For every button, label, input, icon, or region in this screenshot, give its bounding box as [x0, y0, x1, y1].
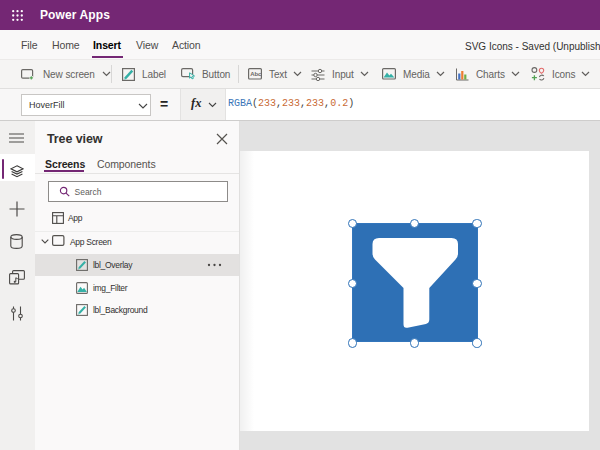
svg-text:Abc: Abc	[250, 71, 262, 77]
